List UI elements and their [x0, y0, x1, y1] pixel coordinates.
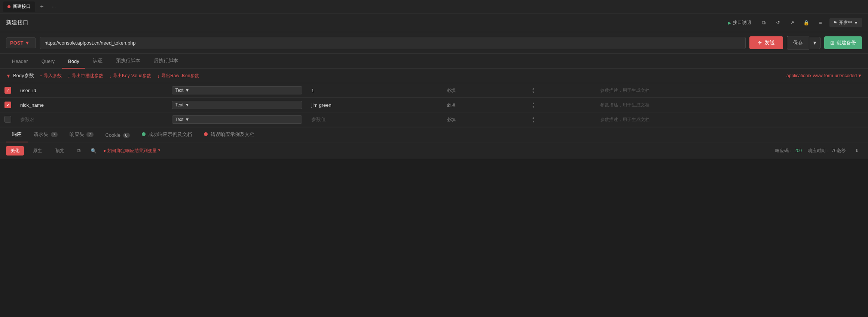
sort-control-2[interactable]: ▲ ▼ — [532, 102, 590, 109]
param-desc-cell: 参数描述，用于生成文档 — [596, 98, 868, 112]
param-type-selector-3[interactable]: Text ▼ — [172, 115, 302, 124]
resp-tab-cookie[interactable]: Cookie 0 — [100, 129, 136, 142]
req-header-badge: 7 — [51, 132, 58, 137]
type-label-2: Text — [175, 102, 183, 108]
table-row: ✓ user_id Text ▼ 1 必填 — [0, 83, 868, 98]
type-chevron-icon-1: ▼ — [185, 88, 189, 93]
param-required-cell: 必填 — [442, 83, 526, 98]
save-button[interactable]: 保存 — [787, 36, 809, 49]
env-selector[interactable]: ⚑ 开发中 ▼ — [829, 18, 862, 27]
req-header-tab-label: 请求头 — [34, 132, 48, 137]
api-doc-button[interactable]: ▶ 接口说明 — [724, 18, 755, 27]
download-response-button[interactable]: ⬇ — [852, 145, 862, 156]
param-type-selector-1[interactable]: Text ▼ — [172, 86, 302, 94]
tab-item-new-api[interactable]: 新建接口 — [3, 1, 35, 12]
param-name-1: user_id — [20, 88, 36, 93]
tab-auth[interactable]: 认证 — [87, 54, 109, 69]
body-params-title: ▼ Body参数 — [6, 72, 34, 79]
param-checkbox-3[interactable] — [4, 116, 11, 123]
export-kv-button[interactable]: ↓ 导出Key-Value参数 — [109, 73, 152, 79]
share-icon[interactable]: ↗ — [787, 18, 797, 28]
param-sort-cell: ▲ ▼ — [526, 112, 596, 127]
export-kv-label: 导出Key-Value参数 — [113, 73, 151, 79]
param-name-cell: 参数名 — [16, 112, 167, 127]
page-title: 新建接口 — [6, 19, 28, 26]
copy-response-icon[interactable]: ⧉ — [73, 145, 84, 156]
param-sort-cell: ▲ ▼ — [526, 98, 596, 112]
export-raw-button[interactable]: ↓ 导出Raw-Json参数 — [158, 73, 199, 79]
lock-icon[interactable]: 🔒 — [801, 18, 812, 28]
resp-tab-response[interactable]: 响应 — [6, 127, 28, 142]
response-toolbar: 美化 原生 预览 ⧉ 🔍 ● 如何绑定响应结果到变量？ 响应码： 200 响应时… — [0, 142, 868, 159]
checkbox-cell — [0, 112, 16, 127]
send-button[interactable]: ✈ 发送 — [749, 36, 783, 49]
resp-header-badge: 7 — [86, 132, 93, 137]
import-params-button[interactable]: ↑ 导入参数 — [40, 73, 62, 79]
sort-up-icon: ▲ — [532, 116, 590, 120]
chevron-down-icon: ▼ — [854, 20, 858, 25]
collapse-icon[interactable]: ▼ — [6, 73, 11, 79]
help-circle-icon: ● — [103, 148, 106, 153]
beautify-button[interactable]: 美化 — [6, 146, 24, 156]
required-badge-1: 必填 — [447, 88, 456, 93]
raw-button[interactable]: 原生 — [28, 146, 46, 156]
content-type-selector[interactable]: application/x-www-form-urlencoded ▼ — [786, 73, 862, 78]
bind-variable-help-link[interactable]: ● 如何绑定响应结果到变量？ — [103, 148, 161, 154]
stack-icon-btn: ⊞ — [830, 40, 834, 46]
body-toolbar: ▼ Body参数 ↑ 导入参数 ↓ 导出带描述参数 ↓ 导出Key-Value参… — [0, 69, 868, 83]
export-desc-button[interactable]: ↓ 导出带描述参数 — [68, 73, 103, 79]
sort-down-icon: ▼ — [532, 91, 590, 94]
sort-control-1[interactable]: ▲ ▼ — [532, 87, 590, 94]
tab-body[interactable]: Body — [62, 55, 85, 69]
method-selector[interactable]: POST ▼ — [6, 37, 36, 48]
tab-pre-script[interactable]: 预执行脚本 — [110, 54, 146, 69]
create-backup-button[interactable]: ⊞ 创建备份 — [824, 36, 862, 49]
stack-icon[interactable]: ≡ — [815, 18, 826, 28]
green-dot-icon — [142, 132, 146, 136]
tab-add-button[interactable]: + — [37, 1, 47, 12]
type-label-3: Text — [175, 117, 183, 122]
resp-tab-request-headers[interactable]: 请求头 7 — [28, 127, 64, 142]
tab-query[interactable]: Query — [36, 55, 61, 69]
search-response-icon[interactable]: 🔍 — [88, 145, 99, 156]
status-code-value: 200 — [794, 148, 802, 153]
send-icon: ✈ — [758, 40, 762, 46]
tab-header[interactable]: Header — [6, 55, 34, 69]
param-desc-2: 参数描述，用于生成文档 — [600, 102, 650, 108]
sort-up-icon: ▲ — [532, 87, 590, 90]
sort-down-icon: ▼ — [532, 105, 590, 109]
tab-post-script[interactable]: 后执行脚本 — [148, 54, 184, 69]
method-chevron-icon: ▼ — [25, 40, 30, 46]
refresh-icon[interactable]: ↺ — [773, 18, 783, 28]
create-backup-label: 创建备份 — [837, 39, 856, 46]
import-params-label: 导入参数 — [44, 73, 62, 79]
sort-down-icon: ▼ — [532, 120, 590, 123]
response-time-label: 响应时间： 76毫秒 — [808, 148, 846, 154]
param-type-cell: Text ▼ — [167, 112, 307, 127]
response-tabs: 响应 请求头 7 响应头 7 Cookie 0 成功响应示例及文档 错误响应示例… — [0, 127, 868, 142]
content-type-chevron-icon: ▼ — [858, 73, 862, 78]
sort-control-3[interactable]: ▲ ▼ — [532, 116, 590, 123]
title-bar-actions: ▶ 接口说明 ⧉ ↺ ↗ 🔒 ≡ ⚑ 开发中 ▼ — [724, 18, 862, 28]
param-type-cell: Text ▼ — [167, 83, 307, 98]
flag-icon: ⚑ — [833, 20, 837, 25]
tab-more-button[interactable]: ··· — [49, 1, 59, 12]
resp-tab-response-headers[interactable]: 响应头 7 — [64, 127, 100, 142]
resp-tab-error-example[interactable]: 错误响应示例及文档 — [198, 127, 260, 142]
cookie-badge: 0 — [123, 133, 130, 138]
status-code-label: 响应码： 200 — [775, 148, 802, 154]
required-badge-2: 必填 — [447, 102, 456, 108]
url-bar: POST ▼ ✈ 发送 保存 ▼ ⊞ 创建备份 — [0, 32, 868, 54]
param-value-1: 1 — [311, 88, 314, 93]
param-value-cell: 参数值 — [307, 112, 442, 127]
copy-icon[interactable]: ⧉ — [758, 18, 769, 28]
required-badge-3: 必填 — [447, 117, 456, 122]
param-checkbox-1[interactable]: ✓ — [4, 87, 11, 94]
save-dropdown-button[interactable]: ▼ — [809, 37, 820, 49]
resp-header-tab-label: 响应头 — [70, 132, 84, 137]
resp-tab-success-example[interactable]: 成功响应示例及文档 — [136, 127, 198, 142]
param-type-selector-2[interactable]: Text ▼ — [172, 101, 302, 109]
url-input[interactable] — [40, 37, 746, 49]
param-checkbox-2[interactable]: ✓ — [4, 102, 11, 108]
preview-button[interactable]: 预览 — [51, 146, 69, 156]
